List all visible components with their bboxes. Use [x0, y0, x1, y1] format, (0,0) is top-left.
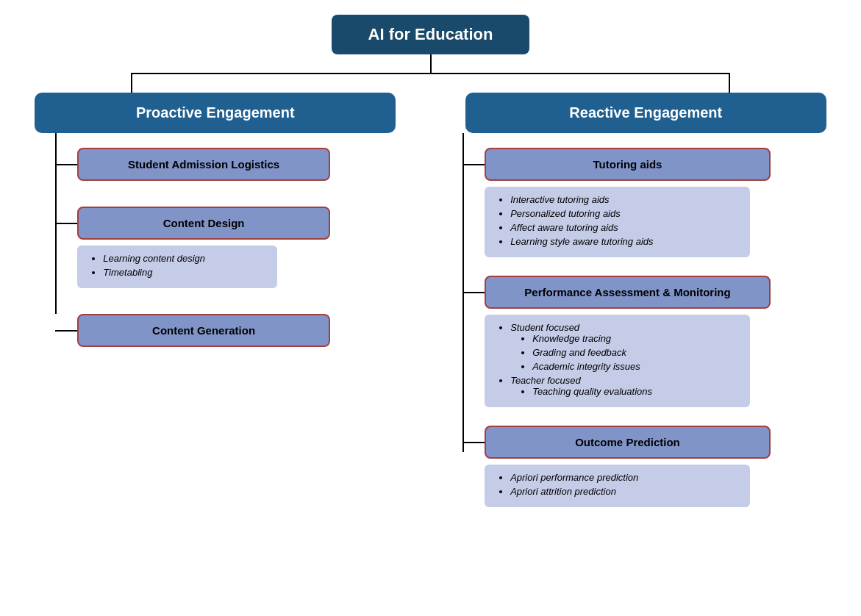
tutoring-aids-bullets: Interactive tutoring aids Personalized t… — [485, 187, 750, 257]
content-design-bullets: Learning content design Timetabling — [77, 246, 276, 288]
content-generation-box: Content Generation — [77, 314, 330, 347]
performance-bullets: Student focused Knowledge tracing Gradin… — [485, 315, 750, 407]
left-column: Proactive Engagement Student Admission L… — [15, 93, 431, 511]
right-column: Reactive Engagement Tutoring aids — [431, 93, 847, 511]
outcome-prediction-box: Outcome Prediction — [485, 426, 771, 459]
tutoring-aids-box: Tutoring aids — [485, 148, 771, 181]
performance-assessment-box: Performance Assessment & Monitoring — [485, 276, 771, 309]
diagram: AI for Education Proactive Engagement — [15, 15, 846, 511]
content-design-box: Content Design — [77, 207, 330, 240]
proactive-engagement-header: Proactive Engagement — [35, 93, 396, 133]
student-admission-box: Student Admission Logistics — [77, 148, 330, 181]
outcome-bullets: Apriori performance prediction Apriori a… — [485, 465, 750, 507]
root-node: AI for Education — [332, 15, 530, 54]
columns: Proactive Engagement Student Admission L… — [15, 93, 846, 511]
reactive-engagement-header: Reactive Engagement — [465, 93, 826, 133]
